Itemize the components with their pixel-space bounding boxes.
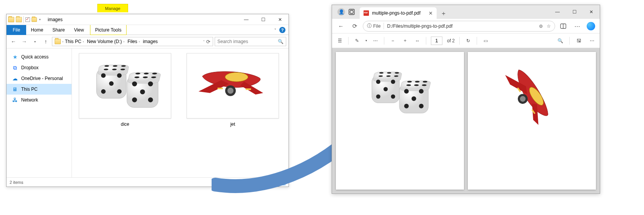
- sidebar-item-dropbox[interactable]: ⧉ Dropbox: [7, 62, 72, 73]
- details-view-button[interactable]: ≣: [266, 179, 275, 185]
- more-tools-icon[interactable]: ⋯: [372, 37, 379, 45]
- reader-icon[interactable]: ⊜: [539, 23, 543, 29]
- sidebar-item-network[interactable]: 🖧 Network: [7, 95, 72, 105]
- file-item[interactable]: jet: [187, 53, 279, 127]
- breadcrumb-label: This PC: [65, 39, 82, 44]
- file-name: dice: [121, 122, 129, 127]
- new-tab-button[interactable]: ＋: [438, 8, 449, 19]
- sidebar-item-label: Network: [21, 97, 38, 103]
- minimize-button[interactable]: —: [238, 14, 255, 25]
- help-icon[interactable]: ?: [279, 27, 285, 33]
- folder-icon: [16, 17, 22, 22]
- split-screen-icon[interactable]: [557, 20, 569, 32]
- tab-home[interactable]: Home: [26, 25, 48, 35]
- refresh-button[interactable]: ⟳: [349, 20, 360, 32]
- tab-picture-tools[interactable]: Picture Tools: [90, 25, 126, 35]
- page-view-icon[interactable]: ▭: [482, 37, 489, 45]
- address-bar[interactable]: ⓘ File D:/Files/multiple-pngs-to-pdf.pdf…: [363, 21, 555, 32]
- up-button[interactable]: ↑: [41, 37, 50, 46]
- breadcrumb-segment[interactable]: New Volume (D:)›: [85, 37, 126, 46]
- draw-icon[interactable]: ✎: [353, 37, 361, 45]
- browser-tab[interactable]: multiple-pngs-to-pdf.pdf ✕: [360, 7, 437, 19]
- close-button[interactable]: ✕: [272, 14, 289, 25]
- refresh-icon[interactable]: ⟳: [206, 39, 210, 45]
- breadcrumb-label: images: [143, 39, 158, 44]
- breadcrumb-segment[interactable]: images: [141, 37, 159, 46]
- close-tab-icon[interactable]: ✕: [429, 10, 433, 16]
- svg-point-52: [411, 97, 416, 101]
- file-list[interactable]: dice: [72, 48, 289, 177]
- sidebar-item-this-pc[interactable]: 🖥 This PC: [7, 84, 72, 95]
- save-icon[interactable]: 🖫: [575, 37, 583, 45]
- tab-view[interactable]: View: [69, 25, 88, 35]
- forward-button[interactable]: →: [20, 37, 29, 46]
- rotate-icon[interactable]: ↻: [464, 37, 472, 45]
- chevron-down-icon[interactable]: ˅: [203, 40, 205, 43]
- navigation-bar: ← → ▾ ↑ › This PC› New Volume (D:)› File…: [7, 35, 289, 48]
- maximize-button[interactable]: ☐: [255, 14, 272, 25]
- favorite-icon[interactable]: ☆: [547, 23, 551, 29]
- contents-icon[interactable]: ☰: [336, 37, 344, 45]
- sidebar-item-label: This PC: [21, 87, 38, 92]
- recent-locations-button[interactable]: ▾: [30, 37, 40, 46]
- tab-file[interactable]: File: [7, 25, 26, 35]
- file-explorer-window: ▾ Manage images — ☐ ✕ File Home Share Vi…: [6, 14, 289, 187]
- zoom-out-button[interactable]: −: [389, 37, 397, 45]
- svg-point-54: [419, 104, 424, 108]
- breadcrumb[interactable]: › This PC› New Volume (D:)› Files› image…: [52, 37, 213, 46]
- close-button[interactable]: ✕: [583, 5, 600, 19]
- edge-browser-window: 👤 multiple-pngs-to-pdf.pdf ✕ ＋ — ☐ ✕ ← ⟳…: [332, 5, 600, 194]
- breadcrumb-segment[interactable]: Files›: [126, 37, 141, 46]
- svg-point-15: [132, 82, 137, 87]
- svg-rect-29: [217, 88, 223, 89]
- svg-point-41: [391, 95, 395, 99]
- settings-menu-button[interactable]: ⋯: [571, 20, 583, 32]
- pdf-icon: [364, 10, 369, 16]
- find-icon[interactable]: 🔍: [556, 37, 564, 45]
- sidebar-item-label: Dropbox: [21, 65, 38, 70]
- sidebar-item-label: Quick access: [21, 54, 48, 60]
- ribbon-contextual-manage[interactable]: Manage: [97, 4, 128, 12]
- back-button[interactable]: ←: [9, 37, 18, 46]
- view-toggle: ≣ ▦: [266, 179, 285, 185]
- svg-point-3: [117, 73, 122, 78]
- star-icon: ★: [12, 54, 18, 60]
- svg-point-18: [132, 97, 137, 102]
- pdf-page-1: [336, 52, 464, 190]
- thumbnails-view-button[interactable]: ▦: [276, 179, 285, 185]
- toolbar-more-icon[interactable]: ⋯: [588, 37, 596, 45]
- profile-icon[interactable]: 👤: [337, 8, 345, 16]
- minimize-button[interactable]: —: [549, 5, 566, 19]
- maximize-button[interactable]: ☐: [566, 5, 583, 19]
- explorer-titlebar: ▾ Manage images — ☐ ✕: [7, 14, 289, 25]
- folder-icon: [8, 17, 14, 22]
- page-number-input[interactable]: [431, 37, 442, 45]
- breadcrumb-segment[interactable]: This PC›: [63, 37, 85, 46]
- chevron-down-icon[interactable]: ▾: [38, 18, 42, 21]
- workspaces-icon[interactable]: [348, 8, 355, 15]
- sidebar-item-onedrive[interactable]: ☁ OneDrive - Personal: [7, 73, 72, 84]
- chevron-down-icon[interactable]: ▾: [365, 39, 367, 42]
- file-name: jet: [230, 122, 235, 127]
- checkbox-icon[interactable]: [25, 17, 30, 22]
- svg-point-50: [404, 89, 409, 93]
- cloud-icon: ☁: [12, 75, 18, 82]
- address-bar-row: ← ⟳ ⓘ File D:/Files/multiple-pngs-to-pdf…: [332, 19, 600, 33]
- file-item[interactable]: dice: [79, 53, 171, 127]
- copilot-button[interactable]: [585, 20, 597, 32]
- svg-rect-30: [246, 88, 251, 90]
- breadcrumb-label: New Volume (D:): [87, 39, 122, 44]
- svg-point-6: [117, 89, 122, 94]
- tab-share[interactable]: Share: [48, 25, 69, 35]
- fit-width-icon[interactable]: ↔: [414, 37, 421, 45]
- copilot-icon: [587, 22, 595, 30]
- folder-icon: [55, 39, 61, 44]
- back-button[interactable]: ←: [335, 20, 347, 32]
- jet-image: [187, 53, 279, 118]
- pdf-viewport[interactable]: [332, 48, 600, 193]
- zoom-in-button[interactable]: ＋: [401, 37, 409, 45]
- search-input[interactable]: Search images 🔍: [215, 37, 286, 46]
- collapse-ribbon-icon[interactable]: ˅: [274, 28, 276, 32]
- pdf-toolbar: ☰ ✎ ▾ ⋯ − ＋ ↔ of 2 ↻ ▭ 🔍 🖫 ⋯: [332, 33, 600, 48]
- sidebar-item-quick-access[interactable]: ★ Quick access: [7, 52, 72, 62]
